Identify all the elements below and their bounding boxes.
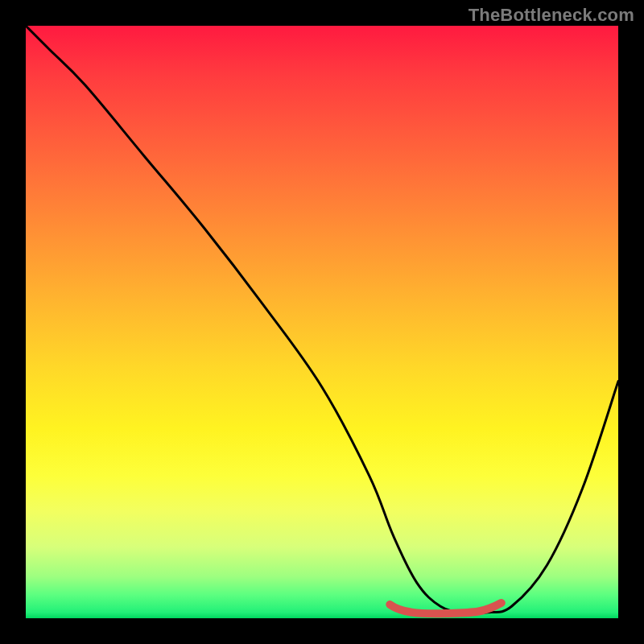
curve-main — [26, 26, 618, 613]
watermark-text: TheBottleneck.com — [469, 5, 634, 26]
chart-frame: TheBottleneck.com — [0, 0, 644, 644]
bottleneck-curve — [26, 26, 618, 618]
plot-area — [26, 26, 618, 618]
